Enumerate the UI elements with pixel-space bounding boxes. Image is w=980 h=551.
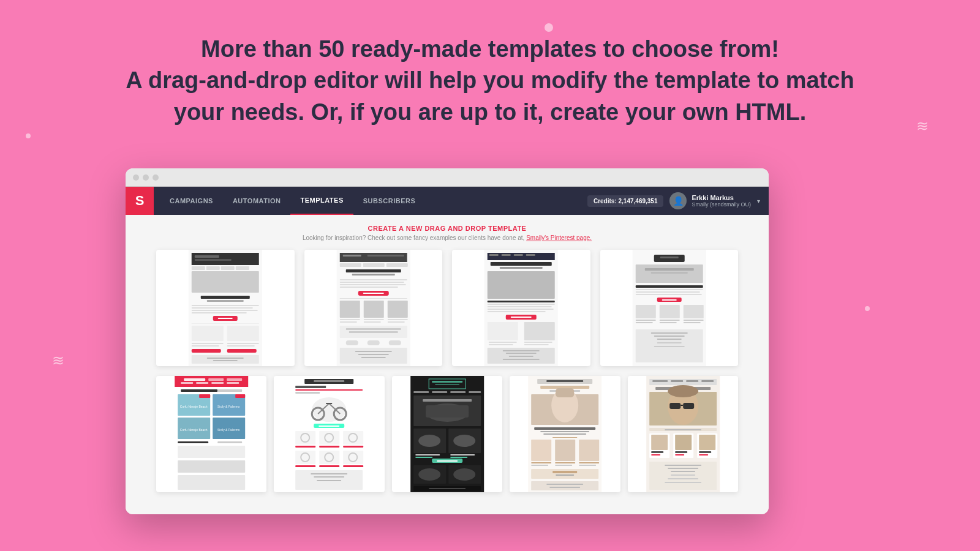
- nav-subscribers[interactable]: SUBSCRIBERS: [353, 187, 426, 215]
- svg-rect-66: [489, 254, 499, 256]
- svg-rect-185: [432, 391, 447, 393]
- svg-rect-197: [450, 454, 475, 455]
- svg-rect-133: [199, 394, 210, 398]
- templates-row-1: [126, 250, 769, 366]
- svg-rect-21: [227, 343, 259, 344]
- svg-rect-7: [236, 266, 249, 270]
- svg-rect-44: [339, 298, 407, 299]
- svg-rect-26: [192, 355, 259, 364]
- svg-rect-270: [668, 478, 698, 479]
- template-card-6[interactable]: [274, 376, 384, 492]
- svg-rect-177: [311, 473, 348, 474]
- svg-rect-246: [680, 405, 683, 406]
- svg-rect-233: [546, 484, 583, 485]
- svg-rect-257: [675, 435, 692, 450]
- svg-rect-52: [363, 321, 380, 323]
- nav-templates[interactable]: TEMPLATES: [290, 187, 353, 215]
- svg-rect-31: [342, 255, 361, 257]
- svg-text:Corfu Nimaje Beach: Corfu Nimaje Beach: [180, 405, 208, 408]
- svg-rect-120: [184, 378, 205, 381]
- svg-rect-106: [635, 320, 655, 321]
- svg-rect-93: [660, 257, 678, 258]
- nav-automation[interactable]: AUTOMATION: [223, 187, 291, 215]
- hero-title: More than 50 ready-made templates to cho…: [74, 34, 907, 128]
- svg-rect-178: [314, 476, 345, 478]
- template-card-3[interactable]: [452, 250, 590, 366]
- svg-rect-142: [178, 460, 245, 473]
- svg-rect-99: [635, 291, 699, 293]
- svg-rect-271: [665, 482, 701, 483]
- svg-rect-72: [488, 271, 555, 299]
- template-card-7[interactable]: [392, 376, 502, 492]
- svg-rect-173: [296, 465, 316, 467]
- nav-links: CAMPAIGNS AUTOMATION TEMPLATES SUBSCRIBE…: [160, 187, 425, 215]
- template-card-2[interactable]: [304, 250, 443, 366]
- user-info[interactable]: 👤 Erkki Markus Smaily (sendsmaily OU) ▾: [669, 192, 760, 209]
- svg-text:Sicily & Palermo: Sicily & Palermo: [217, 428, 240, 432]
- svg-rect-76: [488, 309, 554, 310]
- svg-rect-134: [235, 394, 245, 398]
- svg-rect-24: [192, 349, 221, 353]
- browser-chrome: [126, 168, 769, 187]
- svg-rect-37: [352, 274, 394, 276]
- svg-rect-258: [699, 435, 715, 450]
- svg-rect-3: [195, 259, 232, 261]
- svg-rect-80: [488, 322, 518, 340]
- svg-rect-47: [387, 301, 407, 318]
- svg-rect-108: [683, 320, 703, 321]
- template-card-5[interactable]: Corfu Nimaje Beach Sicily & Palermo Corf…: [156, 376, 266, 492]
- svg-point-150: [312, 397, 347, 422]
- svg-rect-9: [201, 296, 250, 299]
- svg-rect-179: [317, 480, 342, 481]
- svg-rect-67: [502, 254, 511, 256]
- credits-badge: Credits: 2,147,469,351: [587, 195, 664, 207]
- svg-rect-146: [314, 380, 345, 382]
- template-card-1[interactable]: [156, 250, 295, 366]
- svg-rect-264: [699, 454, 708, 455]
- nav-campaigns[interactable]: CAMPAIGNS: [160, 187, 223, 215]
- svg-rect-74: [488, 304, 555, 305]
- svg-rect-234: [549, 487, 580, 488]
- user-name-block: Erkki Markus Smaily (sendsmaily OU): [692, 194, 751, 208]
- svg-point-194: [418, 435, 440, 447]
- svg-rect-268: [671, 471, 695, 472]
- svg-rect-128: [217, 389, 242, 392]
- svg-rect-196: [415, 454, 440, 455]
- svg-rect-226: [531, 465, 548, 466]
- svg-rect-174: [320, 465, 340, 467]
- svg-rect-75: [488, 306, 552, 307]
- svg-rect-98: [635, 289, 703, 290]
- svg-rect-90: [503, 359, 540, 360]
- template-card-8[interactable]: [510, 376, 620, 492]
- svg-rect-60: [339, 348, 407, 364]
- content-header: CREATE A NEW DRAG AND DROP TEMPLATE Look…: [126, 225, 769, 241]
- svg-rect-104: [659, 305, 679, 318]
- svg-rect-11: [192, 305, 259, 306]
- svg-rect-10: [207, 300, 244, 302]
- svg-rect-143: [178, 475, 245, 490]
- svg-rect-127: [181, 389, 217, 392]
- svg-rect-238: [671, 380, 683, 382]
- svg-rect-27: [207, 358, 244, 359]
- svg-rect-87: [503, 350, 540, 351]
- svg-rect-50: [387, 319, 407, 320]
- dropdown-arrow-icon[interactable]: ▾: [757, 198, 760, 204]
- template-card-4[interactable]: [600, 250, 739, 366]
- svg-rect-111: [683, 322, 700, 323]
- svg-rect-222: [579, 440, 599, 461]
- svg-rect-232: [531, 481, 598, 490]
- svg-rect-81: [524, 322, 555, 340]
- svg-rect-216: [534, 427, 595, 430]
- svg-rect-35: [386, 263, 407, 267]
- svg-rect-166: [344, 446, 364, 448]
- svg-rect-215: [556, 388, 574, 397]
- svg-rect-97: [635, 285, 703, 288]
- template-card-9[interactable]: [628, 376, 738, 492]
- svg-rect-62: [358, 354, 388, 355]
- pinterest-link[interactable]: Smaily's Pinterest page.: [526, 234, 592, 241]
- svg-rect-217: [540, 431, 589, 432]
- svg-rect-198: [415, 457, 432, 458]
- deco-dot-3: [865, 306, 870, 311]
- svg-point-195: [453, 435, 475, 447]
- svg-rect-51: [339, 321, 356, 323]
